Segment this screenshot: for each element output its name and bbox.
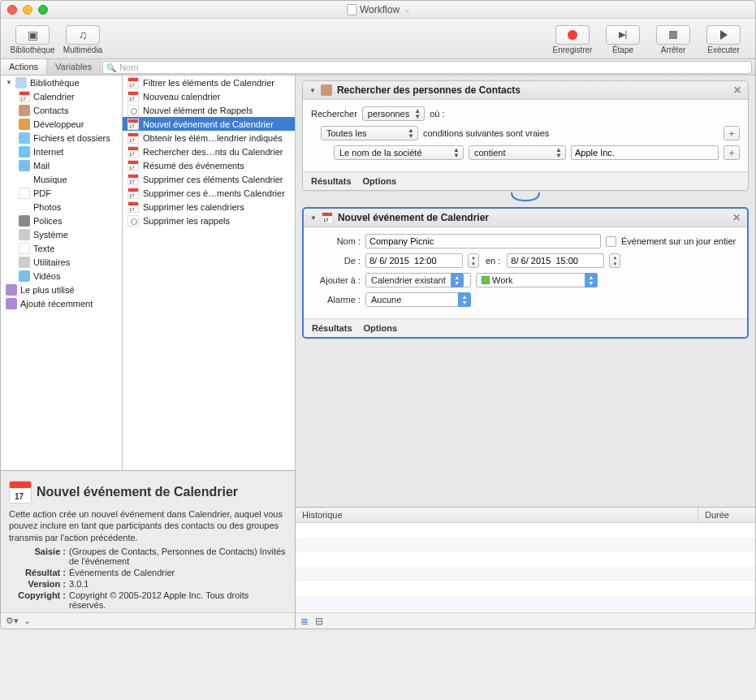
action-list-item[interactable]: Rechercher des…nts du Calendrier <box>123 145 295 158</box>
add-rule-button[interactable]: ＋ <box>724 145 740 160</box>
to-stepper[interactable]: ▲▼ <box>609 253 620 268</box>
document-icon <box>347 4 356 15</box>
sidebar-item-mail[interactable]: Mail <box>1 158 122 172</box>
record-icon <box>568 30 577 40</box>
input-value: (Groupes de Contacts, Personnes de Conta… <box>69 547 287 566</box>
sidebar-item-recent[interactable]: Ajouté récemment <box>1 296 122 310</box>
workflow-scroll[interactable]: ▼ Rechercher des personnes de Contacts ✕… <box>296 76 755 507</box>
action-list-item[interactable]: Nouvel événement de Calendrier <box>123 117 295 131</box>
zoom-icon[interactable] <box>38 5 48 15</box>
addto-select[interactable]: Calendrier existant ▲▼ <box>365 273 471 287</box>
gear-icon[interactable]: ⚙︎▾ <box>6 616 19 626</box>
sidebar-item-texte[interactable]: Texte <box>1 241 122 255</box>
action-list-item[interactable]: Supprimer les calendriers <box>123 200 295 214</box>
sidebar-item-internet[interactable]: Internet <box>1 145 122 158</box>
search-label: Rechercher <box>311 109 357 119</box>
close-icon[interactable] <box>7 5 17 15</box>
run-button[interactable]: Exécuter <box>698 25 749 54</box>
title-expand-icon[interactable]: ⌵ <box>405 6 409 14</box>
search-type-select[interactable]: personnes ▲▼ <box>362 106 425 121</box>
collapse-icon[interactable]: ⌄ <box>24 616 31 626</box>
log-view-icon[interactable]: ≣ <box>300 616 309 627</box>
log-table-icon[interactable]: ⊟ <box>315 616 323 627</box>
sidebar-item-pdf[interactable]: PDF <box>1 186 122 200</box>
action-header[interactable]: ▼ Nouvel événement de Calendrier ✕ <box>304 209 747 227</box>
action-list-item[interactable]: Nouvel élément de Rappels <box>123 103 295 117</box>
step-button[interactable]: ▶| Étape <box>598 25 648 54</box>
sidebar-item-polices[interactable]: Polices <box>1 214 122 227</box>
library-button[interactable]: ▣ Bibliothèque <box>7 25 58 54</box>
record-button[interactable]: Enregistrer <box>547 25 598 54</box>
calendar-select[interactable]: Work ▲▼ <box>476 273 598 287</box>
calendar-icon <box>9 481 32 503</box>
action-list-item[interactable]: Supprimer les rappels <box>123 214 295 227</box>
action-list-item[interactable]: Supprimer ces éléments Calendrier <box>123 172 295 186</box>
internet-icon <box>19 146 30 158</box>
allday-checkbox[interactable] <box>606 236 616 247</box>
search-input[interactable]: 🔍 Nom <box>102 61 752 74</box>
to-label: en : <box>486 256 500 266</box>
alarm-label: Alarme : <box>312 295 361 305</box>
action-list-item[interactable]: Obtenir les élém…lendrier indiqués <box>123 131 295 145</box>
musique-icon <box>19 174 30 185</box>
event-name-input[interactable] <box>365 234 601 248</box>
tab-actions[interactable]: Actions <box>1 59 47 75</box>
stop-button[interactable]: Arrêter <box>648 25 698 54</box>
name-label: Nom : <box>312 236 361 246</box>
minimize-icon[interactable] <box>23 5 32 15</box>
to-date-input[interactable] <box>507 253 604 268</box>
sidebar-item-musique[interactable]: Musique <box>1 172 122 186</box>
workflow-area: ▼ Rechercher des personnes de Contacts ✕… <box>296 76 755 629</box>
from-stepper[interactable]: ▲▼ <box>468 253 479 268</box>
from-label: De : <box>312 256 361 266</box>
action-list-item[interactable]: Nouveau calendrier <box>123 89 295 103</box>
sidebar-item-developpeur[interactable]: Développeur <box>1 117 122 131</box>
calendar-icon <box>127 160 139 171</box>
alarm-select[interactable]: Aucune ▲▼ <box>365 292 471 307</box>
close-icon[interactable]: ✕ <box>733 84 741 96</box>
sidebar-item-utilitaires[interactable]: Utilitaires <box>1 255 122 269</box>
action-header[interactable]: ▼ Rechercher des personnes de Contacts ✕ <box>303 81 748 100</box>
rule-op-select[interactable]: contient ▲▼ <box>469 145 566 160</box>
sidebar-item-fichiers[interactable]: Fichiers et dossiers <box>1 131 122 145</box>
log-col-duration[interactable]: Durée <box>698 508 755 522</box>
add-condition-button[interactable]: ＋ <box>724 126 740 140</box>
sidebar-item-contacts[interactable]: Contacts <box>1 103 122 117</box>
sidebar-item-photos[interactable]: Photos <box>1 200 122 214</box>
options-button[interactable]: Options <box>364 323 398 333</box>
sidebar-item-calendrier[interactable]: Calendrier <box>1 89 122 103</box>
workflow-action-find-contacts[interactable]: ▼ Rechercher des personnes de Contacts ✕… <box>302 80 749 191</box>
action-list-item[interactable]: Supprimer ces é…ments Calendrier <box>123 186 295 200</box>
sidebar-item-systeme[interactable]: Système <box>1 227 122 241</box>
library-root[interactable]: ▼ Bibliothèque <box>1 76 122 89</box>
smart-folder-icon <box>6 284 17 296</box>
options-button[interactable]: Options <box>363 176 397 186</box>
log-body[interactable] <box>296 523 755 612</box>
disclosure-icon[interactable]: ▼ <box>310 214 317 222</box>
calendar-icon <box>127 215 139 227</box>
tab-variables[interactable]: Variables <box>47 59 101 75</box>
close-icon[interactable]: ✕ <box>732 212 741 223</box>
fichiers-icon <box>19 132 30 144</box>
scope-select[interactable]: Toutes les ▲▼ <box>321 126 418 140</box>
log-col-history[interactable]: Historique <box>296 508 698 522</box>
disclosure-icon[interactable]: ▼ <box>309 87 316 94</box>
from-date-input[interactable] <box>365 253 463 268</box>
rule-value-input[interactable] <box>571 145 719 160</box>
action-list-item[interactable]: Résumé des événements <box>123 158 295 172</box>
sidebar-item-mostused[interactable]: Le plus utilisé <box>1 283 122 296</box>
results-button[interactable]: Résultats <box>311 176 352 186</box>
results-button[interactable]: Résultats <box>312 323 352 333</box>
version-label: Version : <box>9 579 66 589</box>
calendrier-icon <box>19 91 30 102</box>
log-footer: ≣ ⊟ <box>296 612 755 629</box>
media-icon: ♫ <box>79 28 88 41</box>
workflow-action-new-event[interactable]: ▼ Nouvel événement de Calendrier ✕ Nom :… <box>302 207 749 339</box>
disclosure-icon[interactable]: ▼ <box>6 79 12 86</box>
action-list-item[interactable]: Filtrer les éléments de Calendrier <box>123 76 295 89</box>
sidebar-item-videos[interactable]: Vidéos <box>1 269 122 283</box>
contacts-icon <box>321 84 332 96</box>
rule-field-select[interactable]: Le nom de la société ▲▼ <box>334 145 464 160</box>
media-button[interactable]: ♫ Multimédia <box>58 25 108 54</box>
calendar-icon <box>322 212 333 223</box>
